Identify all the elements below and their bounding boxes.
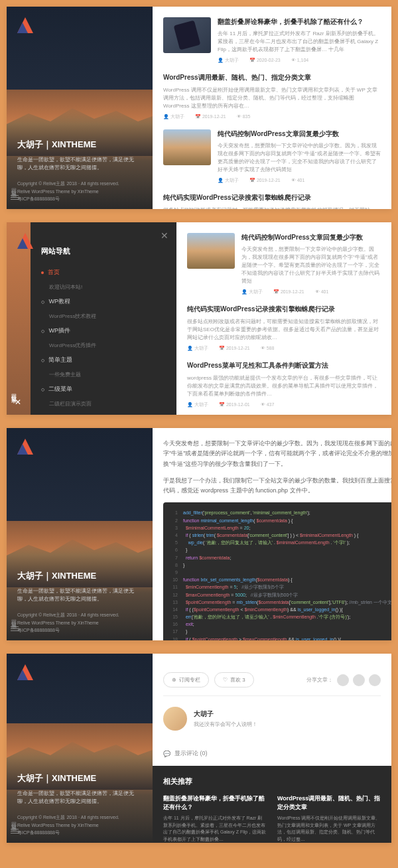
related-title: 相关推荐 <box>163 776 381 786</box>
post-thumbnail <box>163 129 211 165</box>
post-item[interactable]: 纯代码实现WordPress记录搜索引擎蜘蛛爬行记录 很多站点刚刚改版或者有问题… <box>187 305 381 352</box>
article-content: 今天突发奇想，想要限制一下文章评论中的最少字数。因为，我发现现在很多网下面的内容… <box>153 428 391 640</box>
main-content: 翻盖折叠屏诠释豪华，折叠手机除了酷还有什么？ 去年 11 月后，摩托罗拉正式对外… <box>153 7 391 209</box>
nav-item-tutorial[interactable]: ○ WP教程 <box>41 293 166 310</box>
nav-item-plugin[interactable]: ○ WP插件 <box>41 323 166 339</box>
share-row: 分享文章： <box>306 674 381 686</box>
copyright: Copyright © Relive主题 2018 · All rights r… <box>17 180 142 202</box>
sidebar: 网站菜单 大胡子｜XINTHEME 生命是一团欲望，欲望不能满足便痛苦，满足便无… <box>7 7 153 209</box>
post-item[interactable]: 纯代码控制WordPress文章回复最少字数 今天突发奇想，想要限制一下文章评论… <box>163 129 381 184</box>
comment-toggle[interactable]: 💬显示评论 (0) <box>163 741 381 766</box>
article-footer: ⊕ 订阅专栏 ♡ 喜欢 3 分享文章： 大胡子 我还没有学会写个人说明！ 💬显示… <box>153 654 391 843</box>
post-item[interactable]: WordPress菜单可见性和工具条件判断设置方法 wordpress 最强的功… <box>187 361 381 408</box>
post-thumbnail <box>187 233 235 269</box>
post-item[interactable]: 纯代码控制WordPress文章回复最少字数 今天突发奇想，想要限制一下文章评论… <box>187 233 381 295</box>
site-logo[interactable] <box>15 15 36 36</box>
post-meta: 👤 大胡子📅 2020-02-23👁 1,104 <box>218 57 381 64</box>
like-button[interactable]: ♡ 喜欢 3 <box>214 672 254 687</box>
post-excerpt: 今天突发奇想，想要限制一下文章评论中的最少字数。因为，我发现现在很多网下面的内容… <box>218 142 381 174</box>
screenshot-blog-list: 网站菜单 大胡子｜XINTHEME 生命是一团欲望，欲望不能满足便痛苦，满足便无… <box>7 7 391 209</box>
article-paragraph: 今天突发奇想，想要限制一下文章评论中的最少字数。因为，我发现现在很多网下面的内容… <box>163 439 391 469</box>
site-logo[interactable] <box>15 230 36 252</box>
nav-item-submenu[interactable]: ○ 二级菜单 <box>41 381 166 398</box>
close-icon[interactable]: ✕ <box>15 398 21 407</box>
post-excerpt: 很多站点刚刚改版或者有问题时，可能需要知道知道搜索引擎蜘蛛的抓取情况，对于网站S… <box>163 206 381 209</box>
related-item[interactable]: WordPress调用最新、随机、热门、指定分类文章 WordPress 调用不… <box>277 794 381 843</box>
post-title[interactable]: 纯代码控制WordPress文章回复最少字数 <box>218 129 381 139</box>
site-description: 生命是一团欲望，欲望不能满足便痛苦，满足便无聊，人生就在痛苦和无聊之间摇摆。 <box>17 156 142 172</box>
author-box: 大胡子 我还没有学会写个人说明！ <box>163 696 381 741</box>
post-excerpt: WordPress 调用不仅是刚开始使用调用最新文章、热门文章调用和文章列表，关… <box>163 86 381 110</box>
nav-item-home[interactable]: 首页 <box>41 264 166 281</box>
code-block[interactable]: 1add_filter('preprocess_comment', 'minim… <box>163 502 391 640</box>
author-name[interactable]: 大胡子 <box>194 709 257 719</box>
site-logo[interactable] <box>15 436 36 457</box>
related-item[interactable]: 翻盖折叠屏诠释豪华，折叠手机除了酷还有什么？ 去年 11 月后，摩托罗拉正式对外… <box>163 794 267 843</box>
share-qq-icon[interactable] <box>369 674 381 686</box>
share-wechat-icon[interactable] <box>337 674 349 686</box>
menu-label: 网站菜单 <box>9 184 17 189</box>
screenshot-article: 网站菜单 大胡子｜XINTHEME 生命是一团欲望，欲望不能满足便痛苦，满足便无… <box>7 428 391 640</box>
logo-bar: 网站菜单 ✕ <box>7 222 31 415</box>
bookmark-button[interactable]: ⊕ 订阅专栏 <box>163 672 209 687</box>
post-excerpt: 去年 11 月后，摩托罗拉正式对外发布了 Razr 刷新系列的折叠手机。紧接着，… <box>218 30 381 54</box>
action-bar: ⊕ 订阅专栏 ♡ 喜欢 3 分享文章： <box>163 664 381 696</box>
close-icon[interactable]: ✕ <box>161 230 168 241</box>
main-content: 纯代码控制WordPress文章回复最少字数 今天突发奇想，想要限制一下文章评论… <box>176 222 391 415</box>
post-title[interactable]: 纯代码实现WordPress记录搜索引擎蜘蛛爬行记录 <box>163 193 381 202</box>
post-item[interactable]: 翻盖折叠屏诠释豪华，折叠手机除了酷还有什么？ 去年 11 月后，摩托罗拉正式对外… <box>163 17 381 64</box>
site-logo[interactable] <box>15 662 36 683</box>
avatar[interactable] <box>163 707 187 731</box>
comment-icon: 💬 <box>163 751 170 757</box>
post-thumbnail <box>163 17 211 53</box>
related-section: 相关推荐 翻盖折叠屏诠释豪华，折叠手机除了酷还有什么？ 去年 11 月后，摩托罗… <box>153 766 391 843</box>
post-item[interactable]: WordPress调用最新、随机、热门、指定分类文章 WordPress 调用不… <box>163 73 381 120</box>
post-title[interactable]: 翻盖折叠屏诠释豪华，折叠手机除了酷还有什么？ <box>218 17 381 27</box>
screenshot-article-footer: 网站菜单 大胡子｜XINTHEME 生命是一团欲望，欲望不能满足便痛苦，满足便无… <box>7 654 391 843</box>
site-title: 大胡子｜XINTHEME <box>17 139 142 151</box>
article-paragraph: 于是我想了一个办法，我们限制它一下全站文章的最少字数的数量。我找到百度上面搜索到… <box>163 476 391 496</box>
nav-panel: ✕ 网站导航 首页 欢迎访问本站! ○ WP教程 WordPress技术教程 ○… <box>31 222 176 415</box>
post-meta: 👤 大胡子📅 2019-12-21👁 835 <box>163 113 381 120</box>
menu-label: 网站菜单 <box>9 818 17 823</box>
screenshot-nav-open: 网站菜单 ✕ ✕ 网站导航 首页 欢迎访问本站! ○ WP教程 WordPres… <box>7 222 391 415</box>
post-meta: 👤 大胡子📅 2019-12-21👁 401 <box>218 177 381 184</box>
sidebar: 网站菜单 大胡子｜XINTHEME 生命是一团欲望，欲望不能满足便痛苦，满足便无… <box>7 654 153 843</box>
menu-label: 网站菜单 <box>9 390 17 395</box>
post-title[interactable]: WordPress调用最新、随机、热门、指定分类文章 <box>163 73 381 82</box>
menu-label: 网站菜单 <box>9 615 17 620</box>
post-item[interactable]: 纯代码实现WordPress记录搜索引擎蜘蛛爬行记录 很多站点刚刚改版或者有问题… <box>163 193 381 209</box>
nav-item-theme[interactable]: ○ 简单主题 <box>41 352 166 368</box>
share-weibo-icon[interactable] <box>353 674 365 686</box>
author-desc: 我还没有学会写个人说明！ <box>194 721 257 728</box>
sidebar: 网站菜单 大胡子｜XINTHEME 生命是一团欲望，欲望不能满足便痛苦，满足便无… <box>7 428 153 640</box>
nav-title: 网站导航 <box>41 246 166 256</box>
